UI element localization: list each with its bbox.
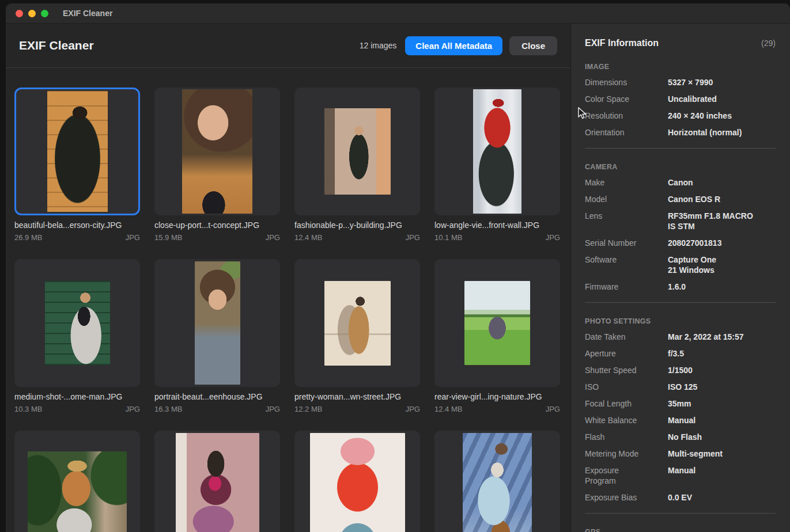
exif-label: White Balance — [585, 415, 668, 425]
app-header: EXIF Cleaner 12 images Clean All Metadat… — [6, 24, 570, 68]
exif-label: Software — [585, 254, 668, 275]
window-titlebar[interactable]: EXIF Cleaner — [6, 3, 790, 24]
image-filename: portrait-beaut...eenhouse.JPG — [154, 392, 280, 401]
section-heading: IMAGE — [585, 63, 776, 71]
exif-label: Lens — [585, 211, 668, 231]
image-meta-row: 16.3 MB JPG — [154, 405, 280, 413]
thumbnail-frame — [14, 259, 140, 387]
exif-value: Manual — [668, 415, 776, 425]
image-size: 12.4 MB — [434, 405, 462, 413]
exif-label: Firmware — [585, 282, 668, 292]
exif-label: Model — [585, 194, 668, 204]
photo-thumbnail — [47, 91, 108, 212]
thumbnail-frame — [434, 259, 560, 387]
image-card[interactable]: rear-view-girl...ing-nature.JPG 12.4 MB … — [434, 259, 560, 413]
image-size: 12.4 MB — [294, 233, 322, 242]
thumbnail-frame — [154, 88, 280, 215]
mouse-cursor — [578, 107, 588, 120]
image-card[interactable] — [434, 431, 560, 532]
exif-section-camera: CAMERA MakeCanon ModelCanon EOS R LensRF… — [585, 163, 776, 292]
exif-label: Aperture — [585, 348, 668, 359]
image-meta-row: 10.1 MB JPG — [434, 233, 560, 242]
photo-thumbnail — [45, 281, 110, 365]
image-meta-row: 12.4 MB JPG — [434, 405, 560, 413]
image-filename: rear-view-girl...ing-nature.JPG — [434, 392, 560, 401]
image-type-badge: JPG — [126, 233, 140, 242]
image-type-badge: JPG — [266, 233, 280, 242]
page-title: EXIF Cleaner — [19, 39, 94, 52]
exif-tag-count: (29) — [761, 39, 776, 48]
image-filename: close-up-port...t-concept.JPG — [154, 221, 280, 230]
exif-value: Canon — [668, 177, 776, 188]
exif-value: 35mm — [668, 398, 776, 409]
section-divider — [585, 302, 776, 303]
photo-thumbnail — [176, 433, 259, 532]
exif-value: Uncalibrated — [668, 94, 776, 104]
image-meta-row: 12.2 MB JPG — [294, 405, 420, 413]
image-filename: beautiful-bela...erson-city.JPG — [14, 221, 140, 230]
section-heading: PHOTO SETTINGS — [585, 317, 776, 325]
section-heading: CAMERA — [585, 163, 776, 171]
image-meta-row: 15.9 MB JPG — [154, 233, 280, 242]
image-card[interactable] — [154, 431, 280, 532]
exif-value: 5327 × 7990 — [668, 77, 776, 88]
image-size: 16.3 MB — [154, 405, 182, 413]
window-title: EXIF Cleaner — [63, 9, 112, 18]
zoom-window-icon[interactable] — [41, 10, 48, 17]
exif-section-gps: GPS — [585, 528, 776, 532]
exif-info-panel: EXIF Information (29) IMAGE Dimensions53… — [570, 24, 790, 532]
image-filename: fashionable-p...y-building.JPG — [294, 221, 420, 230]
image-filename: medium-shot-...ome-man.JPG — [14, 392, 140, 401]
thumbnail-frame-selected — [14, 88, 140, 215]
image-card[interactable]: portrait-beaut...eenhouse.JPG 16.3 MB JP… — [154, 259, 280, 413]
exif-section-photo-settings: PHOTO SETTINGS Date TakenMar 2, 2022 at … — [585, 317, 776, 503]
exif-panel-title: EXIF Information — [585, 38, 659, 48]
exif-value: Multi-segment — [668, 449, 776, 459]
exif-value: 208027001813 — [668, 238, 776, 248]
photo-thumbnail — [324, 108, 391, 195]
exif-label: Focal Length — [585, 398, 668, 409]
image-card[interactable]: pretty-woman...wn-street.JPG 12.2 MB JPG — [294, 259, 420, 413]
section-divider — [585, 148, 776, 149]
image-size: 12.2 MB — [294, 405, 322, 413]
exif-label: Shutter Speed — [585, 365, 668, 375]
exif-label: Resolution — [585, 111, 668, 121]
image-card[interactable] — [14, 431, 140, 532]
thumbnail-frame — [154, 259, 280, 387]
photo-thumbnail — [310, 433, 405, 532]
exif-label: Exposure Bias — [585, 492, 668, 503]
image-card[interactable]: low-angle-vie...front-wall.JPG 10.1 MB J… — [434, 88, 560, 242]
thumbnail-frame — [434, 88, 560, 215]
exif-label: Color Space — [585, 94, 668, 104]
image-card[interactable]: close-up-port...t-concept.JPG 15.9 MB JP… — [154, 88, 280, 242]
exif-value: ISO 125 — [668, 382, 776, 392]
traffic-lights — [16, 10, 48, 17]
image-grid: beautiful-bela...erson-city.JPG 26.9 MB … — [6, 68, 570, 532]
thumbnail-frame — [14, 431, 140, 532]
content-area: EXIF Cleaner 12 images Clean All Metadat… — [6, 24, 570, 532]
image-card[interactable]: fashionable-p...y-building.JPG 12.4 MB J… — [294, 88, 420, 242]
exif-label: Date Taken — [585, 332, 668, 342]
thumbnail-frame — [294, 431, 420, 532]
exif-value: RF35mm F1.8 MACRO IS STM — [668, 211, 776, 231]
exif-value: 240 × 240 inches — [668, 111, 776, 121]
image-type-badge: JPG — [266, 405, 280, 413]
image-card[interactable]: medium-shot-...ome-man.JPG 10.3 MB JPG — [14, 259, 140, 413]
exif-label: Serial Number — [585, 238, 668, 248]
photo-thumbnail — [463, 433, 532, 532]
image-type-badge: JPG — [546, 405, 560, 413]
photo-thumbnail — [324, 281, 391, 366]
exif-value: Mar 2, 2022 at 15:57 — [668, 332, 776, 342]
minimize-window-icon[interactable] — [28, 10, 36, 17]
clean-all-metadata-button[interactable]: Clean All Metadata — [405, 36, 502, 55]
exif-value: 1.6.0 — [668, 282, 776, 292]
image-type-badge: JPG — [546, 233, 560, 242]
photo-thumbnail — [28, 451, 127, 532]
close-window-icon[interactable] — [16, 10, 23, 17]
close-button[interactable]: Close — [509, 36, 557, 55]
image-card[interactable]: beautiful-bela...erson-city.JPG 26.9 MB … — [14, 88, 140, 242]
image-card[interactable] — [294, 431, 420, 532]
photo-thumbnail — [473, 89, 521, 214]
image-filename: low-angle-vie...front-wall.JPG — [434, 221, 560, 230]
exif-section-image: IMAGE Dimensions5327 × 7990 Color SpaceU… — [585, 63, 776, 138]
